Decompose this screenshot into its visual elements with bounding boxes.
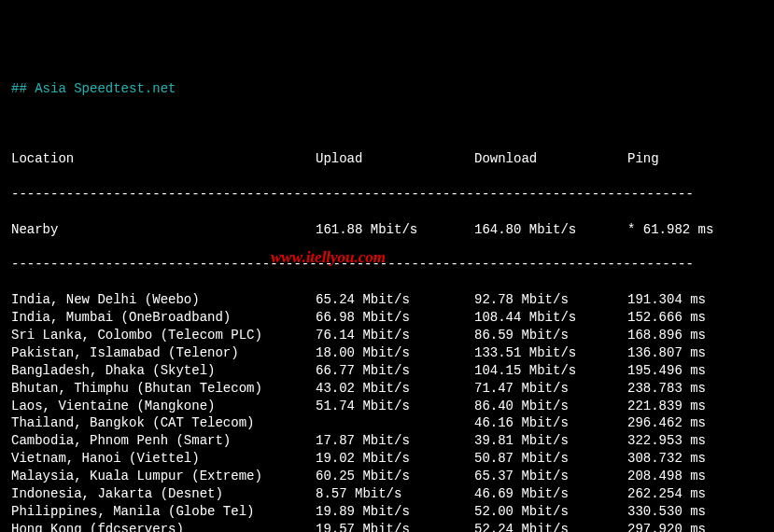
cell-ping: 322.953 ms xyxy=(627,432,706,450)
cell-download: 86.59 Mbit/s xyxy=(474,327,627,344)
cell-ping: 168.896 ms xyxy=(627,327,706,344)
cell-ping: 136.807 ms xyxy=(627,344,706,362)
watermark-text: www.itellyou.com xyxy=(271,247,386,269)
table-row: Indonesia, Jakarta (Desnet)8.57 Mbit/s46… xyxy=(11,485,763,503)
cell-download: 65.37 Mbit/s xyxy=(474,468,627,485)
cell-location: Cambodia, Phnom Penh (Smart) xyxy=(11,432,316,450)
separator: ----------------------------------------… xyxy=(11,186,763,203)
table-row: Bhutan, Thimphu (Bhutan Telecom)43.02 Mb… xyxy=(11,380,763,398)
cell-upload: 76.14 Mbit/s xyxy=(316,327,474,344)
cell-ping: 262.254 ms xyxy=(627,485,706,503)
table-row: Pakistan, Islamabad (Telenor)18.00 Mbit/… xyxy=(11,344,763,362)
cell-upload: 65.24 Mbit/s xyxy=(316,291,474,309)
cell-ping: 208.498 ms xyxy=(627,468,706,485)
cell-location: Vietnam, Hanoi (Viettel) xyxy=(11,450,316,468)
nearby-download: 164.80 Mbit/s xyxy=(474,221,627,239)
nearby-row: Nearby161.88 Mbit/s164.80 Mbit/s* 61.982… xyxy=(11,221,763,239)
cell-location: Sri Lanka, Colombo (Telecom PLC) xyxy=(11,327,316,344)
table-row: Malaysia, Kuala Lumpur (Extreme)60.25 Mb… xyxy=(11,468,763,485)
cell-download: 52.00 Mbit/s xyxy=(474,503,627,521)
cell-ping: 195.496 ms xyxy=(627,362,706,380)
cell-download: 108.44 Mbit/s xyxy=(474,309,627,327)
table-row: Vietnam, Hanoi (Viettel)19.02 Mbit/s50.8… xyxy=(11,450,763,468)
cell-location: India, Mumbai (OneBroadband) xyxy=(11,309,316,327)
table-row: Hong Kong (fdcservers)19.57 Mbit/s52.24 … xyxy=(11,521,763,532)
cell-ping: 238.783 ms xyxy=(627,380,706,398)
nearby-upload: 161.88 Mbit/s xyxy=(316,221,474,239)
header-ping: Ping xyxy=(627,150,659,168)
header-location: Location xyxy=(11,150,316,168)
table-row: Sri Lanka, Colombo (Telecom PLC)76.14 Mb… xyxy=(11,327,763,344)
cell-upload: 19.89 Mbit/s xyxy=(316,503,474,521)
nearby-ping: * 61.982 ms xyxy=(627,221,713,239)
cell-ping: 191.304 ms xyxy=(627,291,706,309)
table-row: Philippines, Manila (Globe Tel)19.89 Mbi… xyxy=(11,503,763,521)
cell-ping: 221.839 ms xyxy=(627,398,706,415)
cell-upload: 8.57 Mbit/s xyxy=(316,485,474,503)
table-row: Bangladesh, Dhaka (Skytel)66.77 Mbit/s10… xyxy=(11,362,763,380)
cell-ping: 296.462 ms xyxy=(627,414,706,432)
cell-location: Indonesia, Jakarta (Desnet) xyxy=(11,485,316,503)
cell-location: Malaysia, Kuala Lumpur (Extreme) xyxy=(11,468,316,485)
header-row: LocationUploadDownloadPing xyxy=(11,150,763,168)
cell-upload: 17.87 Mbit/s xyxy=(316,432,474,450)
cell-location: Bhutan, Thimphu (Bhutan Telecom) xyxy=(11,380,316,398)
cell-location: Thailand, Bangkok (CAT Telecom) xyxy=(11,414,316,432)
cell-upload: 66.77 Mbit/s xyxy=(316,362,474,380)
cell-download: 104.15 Mbit/s xyxy=(474,362,627,380)
cell-upload: 43.02 Mbit/s xyxy=(316,380,474,398)
cell-upload: 51.74 Mbit/s xyxy=(316,398,474,415)
section-title: ## Asia Speedtest.net xyxy=(11,80,763,98)
cell-ping: 308.732 ms xyxy=(627,450,706,468)
table-row: Laos, Vientaine (Mangkone)51.74 Mbit/s86… xyxy=(11,398,763,415)
cell-location: Bangladesh, Dhaka (Skytel) xyxy=(11,362,316,380)
cell-location: Philippines, Manila (Globe Tel) xyxy=(11,503,316,521)
cell-upload: 19.02 Mbit/s xyxy=(316,450,474,468)
cell-upload: 18.00 Mbit/s xyxy=(316,344,474,362)
cell-download: 92.78 Mbit/s xyxy=(474,291,627,309)
cell-upload: 19.57 Mbit/s xyxy=(316,521,474,532)
separator: ----------------------------------------… xyxy=(11,256,763,273)
cell-download: 52.24 Mbit/s xyxy=(474,521,627,532)
cell-location: India, New Delhi (Weebo) xyxy=(11,291,316,309)
cell-ping: 152.666 ms xyxy=(627,309,706,327)
cell-location: Laos, Vientaine (Mangkone) xyxy=(11,398,316,415)
table-row: Thailand, Bangkok (CAT Telecom)46.16 Mbi… xyxy=(11,414,763,432)
cell-download: 133.51 Mbit/s xyxy=(474,344,627,362)
cell-location: Pakistan, Islamabad (Telenor) xyxy=(11,344,316,362)
cell-download: 46.16 Mbit/s xyxy=(474,414,627,432)
cell-download: 50.87 Mbit/s xyxy=(474,450,627,468)
table-row: Cambodia, Phnom Penh (Smart)17.87 Mbit/s… xyxy=(11,432,763,450)
cell-download: 71.47 Mbit/s xyxy=(474,380,627,398)
table-row: India, New Delhi (Weebo)65.24 Mbit/s92.7… xyxy=(11,291,763,309)
blank-line xyxy=(11,115,763,133)
cell-upload: 60.25 Mbit/s xyxy=(316,468,474,485)
header-upload: Upload xyxy=(316,150,474,168)
cell-download: 39.81 Mbit/s xyxy=(474,432,627,450)
cell-download: 46.69 Mbit/s xyxy=(474,485,627,503)
header-download: Download xyxy=(474,150,627,168)
cell-download: 86.40 Mbit/s xyxy=(474,398,627,415)
cell-location: Hong Kong (fdcservers) xyxy=(11,521,316,532)
cell-ping: 330.530 ms xyxy=(627,503,706,521)
result-rows: India, New Delhi (Weebo)65.24 Mbit/s92.7… xyxy=(11,291,763,532)
cell-ping: 297.920 ms xyxy=(627,521,706,532)
table-row: India, Mumbai (OneBroadband)66.98 Mbit/s… xyxy=(11,309,763,327)
cell-upload: 66.98 Mbit/s xyxy=(316,309,474,327)
nearby-location: Nearby xyxy=(11,221,316,239)
